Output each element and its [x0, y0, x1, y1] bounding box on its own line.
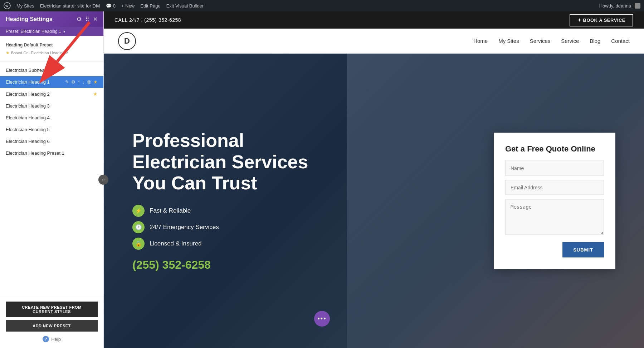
submit-button[interactable]: SUBMIT [562, 242, 604, 258]
based-on-text: ★ Based On: Electrician Heading 2 [0, 50, 103, 58]
preset-item-left: Electrician Heading 1 [6, 79, 50, 85]
name-field[interactable] [505, 161, 604, 176]
quote-form: Get a Free Quote Online SUBMIT [494, 133, 615, 269]
preset-item-heading2[interactable]: Electrician Heading 2 ★ [0, 88, 103, 100]
separator [0, 61, 103, 61]
preset-item-heading6[interactable]: Electrician Heading 6 [0, 135, 103, 147]
dot-menu-button[interactable]: ••• [314, 311, 330, 327]
add-preset-button[interactable]: ADD NEW PRESET [6, 320, 98, 332]
help-link[interactable]: ? Help [6, 334, 98, 344]
feature-3: 🔒 Licensed & Insured [132, 238, 340, 250]
hero-title: Professional Electrician Services You Ca… [132, 130, 340, 194]
new-badge[interactable]: + New [121, 3, 135, 9]
main-content: CALL 24/7 : (255) 352-6258 ✦ BOOK A SERV… [104, 11, 644, 348]
preset-item-label: Electrician Heading Preset 1 [6, 150, 64, 156]
preset-item-heading5[interactable]: Electrician Heading 5 [0, 124, 103, 135]
preset-item-heading3[interactable]: Electrician Heading 3 [0, 100, 103, 112]
feature-2: 🕐 24/7 Emergency Services [132, 221, 340, 233]
preset-item-label-active: Electrician Heading 1 [6, 79, 50, 85]
preset-item-label: Electrician Heading 5 [6, 127, 50, 132]
import-icon[interactable]: ↓ [82, 79, 85, 85]
delete-icon[interactable]: 🗑 [87, 79, 91, 85]
feature-label-1: Fast & Reliable [150, 207, 191, 214]
hero-content: Professional Electrician Services You Ca… [132, 130, 340, 272]
grid-icon[interactable]: ⠿ [85, 16, 89, 23]
preset-item-label: Electrician Heading 3 [6, 103, 50, 109]
preset-item-headingpreset1[interactable]: Electrician Heading Preset 1 [0, 147, 103, 159]
resize-handle[interactable]: ↔ [98, 175, 108, 185]
feature-1: ⚡ Fast & Reliable [132, 205, 340, 217]
based-on-star-icon: ★ [6, 50, 10, 55]
preset-item-label: Electrician Subheading [6, 68, 53, 73]
site-logo: D [118, 32, 136, 50]
preset-item-heading4[interactable]: Electrician Heading 4 [0, 112, 103, 124]
preset-item-label: Electrician Heading 2 [6, 91, 50, 97]
help-icon: ? [43, 336, 49, 342]
create-preset-button[interactable]: CREATE NEW PRESET FROM CURRENT STYLES [6, 302, 98, 317]
preset-item-subheading[interactable]: Electrician Subheading [0, 64, 103, 76]
book-service-button[interactable]: ✦ BOOK A SERVICE [570, 14, 633, 26]
nav-home[interactable]: Home [473, 38, 488, 44]
edit-icon[interactable]: ✎ [65, 79, 69, 85]
feature-icon-2: 🕐 [132, 221, 145, 233]
exit-vb-link[interactable]: Exit Visual Builder [166, 3, 204, 9]
left-panel: Heading Settings ⚙ ⠿ ✕ Preset: Electrici… [0, 11, 104, 348]
message-field[interactable] [505, 199, 604, 235]
email-field[interactable] [505, 180, 604, 195]
help-label: Help [51, 337, 61, 342]
howdy-text: Howdy, deanna [599, 3, 631, 9]
site-name-link[interactable]: Electrician starter site for Divi [40, 3, 100, 9]
preset-item-label: Electrician Heading 6 [6, 139, 50, 144]
feature-label-2: 24/7 Emergency Services [150, 224, 219, 231]
admin-bar-left: W My Sites Electrician starter site for … [4, 2, 599, 9]
preset-label-bar[interactable]: Preset: Electrician Heading 1 ▼ [0, 27, 103, 36]
nav-contact[interactable]: Contact [611, 38, 630, 44]
feature-label-3: Licensed & Insured [150, 240, 202, 247]
quote-form-title: Get a Free Quote Online [505, 144, 604, 154]
my-sites-link[interactable]: My Sites [16, 3, 34, 9]
hero-phone: (255) 352-6258 [132, 258, 340, 272]
settings-icon[interactable]: ⚙ [77, 16, 82, 23]
panel-header: Heading Settings ⚙ ⠿ ✕ [0, 11, 103, 27]
panel-title: Heading Settings [6, 16, 53, 23]
admin-bar: W My Sites Electrician starter site for … [0, 0, 644, 11]
comment-count: 💬 0 [106, 3, 116, 9]
active-item-actions: ✎ ⚙ ↑ ↓ 🗑 ★ [65, 79, 98, 85]
panel-header-icons: ⚙ ⠿ ✕ [77, 16, 98, 23]
dot-menu-icon: ••• [318, 315, 327, 323]
export-icon[interactable]: ↑ [78, 79, 80, 85]
preset-label-text: Preset: Electrician Heading 1 [6, 29, 61, 34]
nav-blog[interactable]: Blog [590, 38, 600, 44]
site-nav: D Home My Sites Services Service Blog Co… [104, 29, 644, 54]
star-icon[interactable]: ★ [93, 91, 98, 97]
hero-section: Professional Electrician Services You Ca… [104, 54, 644, 348]
feature-icon-1: ⚡ [132, 205, 145, 217]
panel-footer: CREATE NEW PRESET FROM CURRENT STYLES AD… [0, 297, 103, 348]
nav-about[interactable]: My Sites [498, 38, 519, 44]
edit-page-link[interactable]: Edit Page [140, 3, 160, 9]
preset-list: Heading Default Preset ★ Based On: Elect… [0, 36, 103, 297]
preset-chevron-icon: ▼ [63, 30, 66, 34]
feature-icon-3: 🔒 [132, 238, 145, 250]
star-active-icon[interactable]: ★ [93, 79, 98, 85]
site-topbar: CALL 24/7 : (255) 352-6258 ✦ BOOK A SERV… [104, 11, 644, 29]
svg-text:W: W [5, 4, 9, 8]
wordpress-icon[interactable]: W [4, 2, 11, 9]
main-layout: Heading Settings ⚙ ⠿ ✕ Preset: Electrici… [0, 11, 644, 348]
nav-services[interactable]: Services [530, 38, 551, 44]
preset-item-label: Electrician Heading 4 [6, 115, 50, 120]
close-panel-icon[interactable]: ✕ [93, 16, 98, 23]
topbar-phone: CALL 24/7 : (255) 352-6258 [114, 17, 181, 23]
preset-section-header: Heading Default Preset [0, 39, 103, 50]
nav-service[interactable]: Service [561, 38, 579, 44]
hero-features: ⚡ Fast & Reliable 🕐 24/7 Emergency Servi… [132, 205, 340, 250]
user-avatar[interactable] [635, 3, 640, 9]
preset-item-heading1[interactable]: Electrician Heading 1 ✎ ⚙ ↑ ↓ 🗑 ★ [0, 76, 103, 88]
admin-bar-right: Howdy, deanna [599, 3, 640, 9]
site-menu: Home My Sites Services Service Blog Cont… [473, 38, 630, 44]
duplicate-icon[interactable]: ⚙ [71, 79, 75, 85]
